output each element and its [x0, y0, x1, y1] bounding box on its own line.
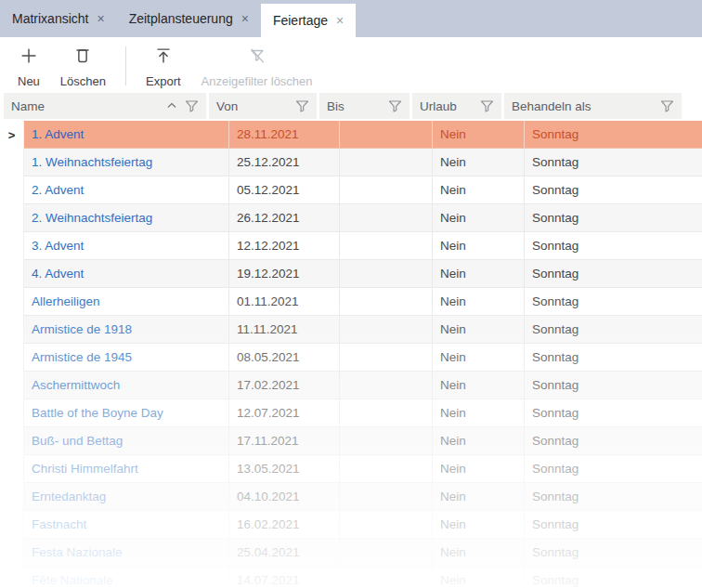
holiday-name-link[interactable]: Erntedanktag [32, 490, 106, 503]
table-row[interactable]: 4. Advent19.12.2021NeinSonntag [0, 260, 702, 288]
behandeln-als-cell-text: Sonntag [532, 545, 578, 559]
von-cell: 14.07.2021 [229, 567, 340, 588]
behandeln-als-cell: Sonntag [525, 372, 702, 399]
bis-cell [340, 399, 433, 427]
row-selection-indicator [0, 455, 24, 483]
bis-cell [340, 427, 433, 455]
behandeln-als-cell: Sonntag [525, 149, 702, 176]
von-cell: 11.11.2021 [229, 316, 340, 344]
table-row[interactable]: Armistice de 194508.05.2021NeinSonntag [0, 344, 702, 372]
close-icon[interactable]: × [241, 11, 249, 26]
behandeln-als-cell: Sonntag [525, 232, 702, 260]
holiday-name-cell: Fête Nationale [24, 567, 229, 588]
new-button[interactable]: Neu [7, 44, 50, 88]
table-row[interactable]: 2. Weihnachtsfeiertag26.12.2021NeinSonnt… [0, 204, 702, 232]
bis-cell [340, 204, 433, 232]
clear-display-filter-button[interactable]: Anzeigefilter löschen [191, 44, 323, 88]
tab-matrixansicht[interactable]: Matrixansicht × [0, 0, 117, 37]
tab-zeitplansteuerung[interactable]: Zeitplansteuerung × [117, 0, 261, 37]
behandeln-als-cell-text: Sonntag [532, 127, 578, 141]
table-row[interactable]: 3. Advent12.12.2021NeinSonntag [0, 232, 702, 260]
bis-cell [340, 121, 433, 149]
urlaub-cell-text: Nein [440, 490, 466, 503]
table-row[interactable]: Fastnacht16.02.2021NeinSonntag [0, 511, 702, 539]
table-row[interactable]: Allerheiligen01.11.2021NeinSonntag [0, 288, 702, 316]
holiday-name-link[interactable]: 2. Weihnachtsfeiertag [32, 211, 152, 225]
table-row[interactable]: Festa Nazionale25.04.2021NeinSonntag [0, 539, 702, 567]
column-header-urlaub[interactable]: Urlaub [412, 93, 504, 121]
holiday-name-cell: 1. Weihnachtsfeiertag [24, 149, 229, 176]
bis-cell [340, 483, 433, 511]
filter-icon[interactable] [480, 99, 494, 113]
holiday-name-link[interactable]: Fastnacht [32, 517, 86, 531]
filter-icon[interactable] [185, 99, 199, 113]
table-row[interactable]: Armistice de 191811.11.2021NeinSonntag [0, 316, 702, 344]
holiday-name-link[interactable]: Christi Himmelfahrt [32, 462, 138, 476]
behandeln-als-cell-text: Sonntag [532, 350, 578, 364]
urlaub-cell-text: Nein [440, 211, 466, 225]
column-header-bis[interactable]: Bis [319, 93, 412, 121]
table-row[interactable]: Erntedanktag04.10.2021NeinSonntag [0, 483, 702, 511]
bis-cell [340, 260, 433, 288]
von-cell-text: 17.02.2021 [237, 378, 300, 392]
holiday-name-link[interactable]: Buß- und Bettag [32, 434, 123, 448]
toolbar: Neu Löschen Export Anzeigefilter löschen [0, 37, 702, 93]
von-cell: 28.11.2021 [229, 121, 340, 149]
table-row[interactable]: 2. Advent05.12.2021NeinSonntag [0, 176, 702, 204]
behandeln-als-cell: Sonntag [525, 399, 702, 427]
tab-label: Matrixansicht [12, 11, 88, 26]
holiday-name-link[interactable]: 3. Advent [32, 239, 84, 253]
urlaub-cell: Nein [433, 260, 525, 288]
holiday-name-link[interactable]: 4. Advent [32, 267, 84, 281]
holiday-name-link[interactable]: Fête Nationale [32, 573, 113, 587]
table-row[interactable]: 1. Weihnachtsfeiertag25.12.2021NeinSonnt… [0, 149, 702, 176]
von-cell-text: 01.11.2021 [237, 294, 299, 308]
holiday-name-link[interactable]: Aschermittwoch [32, 378, 120, 392]
table-row[interactable]: >1. Advent28.11.2021NeinSonntag [0, 121, 702, 149]
behandeln-als-cell: Sonntag [525, 316, 702, 344]
holiday-name-link[interactable]: 2. Advent [32, 183, 84, 197]
column-header-name[interactable]: Name [4, 93, 209, 121]
urlaub-cell-text: Nein [440, 239, 466, 253]
filter-icon[interactable] [295, 99, 309, 113]
von-cell-text: 19.12.2021 [237, 267, 300, 281]
von-cell-text: 16.02.2021 [237, 517, 300, 531]
delete-button[interactable]: Löschen [50, 44, 116, 88]
table-row[interactable]: Fête Nationale14.07.2021NeinSonntag [0, 567, 702, 588]
behandeln-als-cell: Sonntag [525, 427, 702, 455]
close-icon[interactable]: × [336, 13, 344, 28]
column-header-behandeln-als[interactable]: Behandeln als [504, 93, 682, 121]
close-icon[interactable]: × [97, 11, 104, 26]
filter-icon[interactable] [388, 99, 402, 113]
von-cell-text: 25.12.2021 [237, 155, 300, 169]
von-cell: 26.12.2021 [229, 204, 340, 232]
urlaub-cell-text: Nein [440, 406, 466, 420]
urlaub-cell: Nein [433, 483, 525, 511]
tab-feiertage[interactable]: Feiertage × [261, 4, 356, 37]
table-row[interactable]: Aschermittwoch17.02.2021NeinSonntag [0, 372, 702, 399]
urlaub-cell-text: Nein [440, 434, 466, 448]
behandeln-als-cell-text: Sonntag [532, 378, 578, 392]
holiday-name-link[interactable]: Battle of the Boyne Day [32, 406, 163, 420]
clear-display-filter-label: Anzeigefilter löschen [202, 74, 313, 88]
row-selection-indicator: > [0, 121, 24, 149]
holiday-name-link[interactable]: Allerheiligen [32, 294, 100, 308]
column-header-von[interactable]: Von [209, 93, 319, 121]
holiday-name-link[interactable]: 1. Advent [32, 127, 84, 141]
table-row[interactable]: Battle of the Boyne Day12.07.2021NeinSon… [0, 399, 702, 427]
urlaub-cell-text: Nein [440, 294, 466, 308]
table-row[interactable]: Buß- und Bettag17.11.2021NeinSonntag [0, 427, 702, 455]
behandeln-als-cell-text: Sonntag [532, 406, 578, 420]
holiday-name-link[interactable]: Armistice de 1945 [32, 350, 132, 364]
holiday-name-link[interactable]: 1. Weihnachtsfeiertag [32, 155, 152, 169]
holiday-name-link[interactable]: Festa Nazionale [32, 545, 123, 559]
holiday-name-link[interactable]: Armistice de 1918 [32, 322, 132, 336]
column-label: Bis [327, 99, 344, 113]
holiday-name-cell: Aschermittwoch [24, 372, 229, 399]
table-row[interactable]: Christi Himmelfahrt13.05.2021NeinSonntag [0, 455, 702, 483]
bis-cell [340, 232, 433, 260]
filter-icon[interactable] [660, 99, 674, 113]
export-button[interactable]: Export [136, 44, 191, 88]
behandeln-als-cell: Sonntag [525, 260, 702, 288]
von-cell: 04.10.2021 [229, 483, 340, 511]
